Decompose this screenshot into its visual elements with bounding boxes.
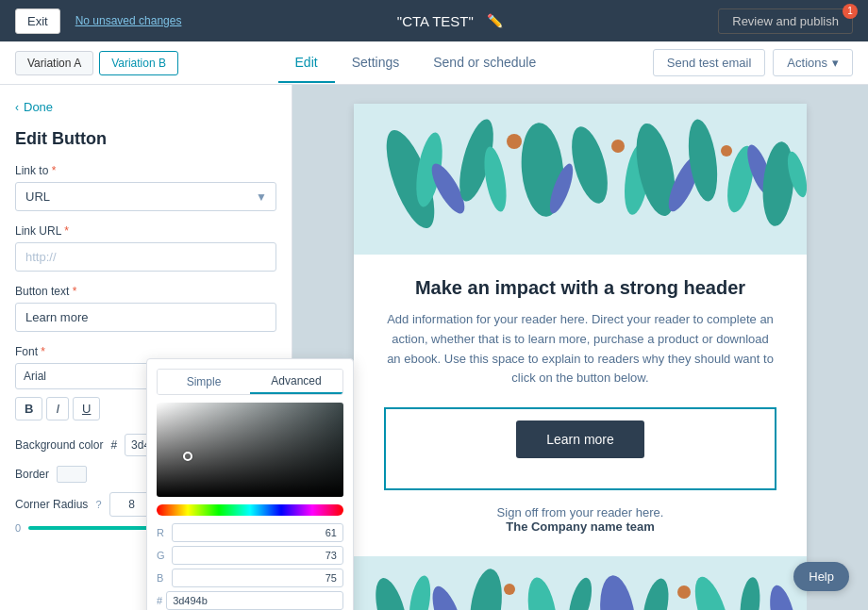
- link-to-group: Link to * URL ▼: [15, 164, 276, 211]
- link-to-select[interactable]: URL: [15, 182, 276, 211]
- button-text-group: Button text *: [15, 285, 276, 332]
- variation-tabs: Variation A Variation B: [15, 51, 178, 75]
- corner-info-icon: ?: [95, 499, 101, 510]
- send-test-button[interactable]: Send test email: [653, 49, 766, 76]
- picker-tab-advanced[interactable]: Advanced: [250, 370, 292, 394]
- panel-title: Edit Button: [15, 129, 276, 149]
- footer-illustration: [354, 556, 807, 610]
- chevron-left-icon: ‹: [15, 101, 19, 114]
- slider-min-label: 0: [15, 522, 21, 534]
- font-label: Font *: [15, 345, 276, 358]
- hue-strip[interactable]: [157, 504, 292, 516]
- svg-point-15: [721, 145, 732, 157]
- button-text-input[interactable]: [15, 303, 276, 332]
- b-row: B: [157, 569, 292, 587]
- link-url-group: Link URL *: [15, 224, 276, 272]
- r-label: R: [157, 527, 168, 538]
- main-layout: ‹ Done Edit Button Link to * URL ▼ Link …: [0, 85, 868, 610]
- right-panel: Make an impact with a strong header Add …: [292, 85, 868, 610]
- color-picker-panel: Simple Advanced R G B #: [146, 358, 292, 610]
- nav-tabs: Edit Settings Send or schedule: [278, 43, 554, 83]
- bold-button[interactable]: B: [15, 397, 42, 420]
- bg-color-label: Background color: [15, 438, 103, 452]
- left-panel: ‹ Done Edit Button Link to * URL ▼ Link …: [0, 85, 292, 610]
- done-link[interactable]: ‹ Done: [15, 100, 276, 114]
- variation-b-tab[interactable]: Variation B: [99, 51, 178, 75]
- second-bar-right: Send test email Actions ▾: [653, 49, 853, 76]
- email-preview: Make an impact with a strong header Add …: [354, 104, 807, 591]
- email-header-image: [354, 104, 807, 255]
- tab-edit[interactable]: Edit: [278, 43, 335, 83]
- email-sign-off: Sign off from your reader here.: [384, 505, 776, 519]
- link-url-input[interactable]: [15, 242, 276, 272]
- gradient-cursor: [183, 452, 192, 461]
- button-text-label: Button text *: [15, 285, 276, 298]
- g-label: G: [157, 550, 168, 561]
- header-illustration: [354, 104, 807, 255]
- b-label: B: [157, 572, 168, 584]
- page-title: "CTA TEST": [397, 13, 474, 29]
- g-row: G: [157, 546, 292, 565]
- hash-label: #: [157, 595, 162, 606]
- b-input[interactable]: [172, 569, 292, 587]
- color-gradient-picker[interactable]: [157, 403, 292, 497]
- notification-badge: 1: [843, 4, 858, 19]
- help-button[interactable]: Help: [793, 562, 849, 591]
- email-body: Make an impact with a strong header Add …: [354, 255, 807, 556]
- picker-tab-simple[interactable]: Simple: [158, 370, 250, 394]
- unsaved-changes-link[interactable]: No unsaved changes: [75, 14, 182, 27]
- svg-point-30: [677, 585, 691, 599]
- variation-a-tab[interactable]: Variation A: [15, 51, 93, 75]
- border-label: Border: [15, 468, 49, 481]
- cta-button[interactable]: Learn more: [516, 420, 644, 458]
- tab-send-or-schedule[interactable]: Send or schedule: [416, 43, 553, 83]
- hex-row: #: [157, 591, 292, 610]
- r-row: R: [157, 523, 292, 542]
- actions-button[interactable]: Actions ▾: [773, 49, 853, 76]
- email-footer-image: [354, 556, 807, 610]
- italic-button[interactable]: I: [46, 397, 69, 420]
- exit-button[interactable]: Exit: [15, 8, 60, 34]
- top-bar-left: Exit No unsaved changes: [15, 8, 181, 34]
- link-to-select-wrapper: URL ▼: [15, 182, 276, 211]
- underline-button[interactable]: U: [73, 397, 100, 420]
- email-company-name: The Company name team: [384, 519, 776, 534]
- r-input[interactable]: [172, 523, 292, 542]
- link-to-label: Link to *: [15, 164, 276, 177]
- top-bar-right: Review and publish 1: [718, 8, 853, 34]
- email-body-text: Add information for your reader here. Di…: [384, 310, 776, 388]
- cta-wrapper: Learn more: [384, 407, 776, 490]
- tab-settings[interactable]: Settings: [335, 43, 417, 83]
- corner-radius-label: Corner Radius: [15, 498, 88, 511]
- top-bar-center: "CTA TEST" ✏️: [397, 13, 503, 29]
- link-url-label: Link URL *: [15, 224, 276, 238]
- review-publish-button[interactable]: Review and publish 1: [718, 8, 853, 34]
- svg-point-25: [504, 584, 515, 595]
- edit-icon[interactable]: ✏️: [487, 13, 503, 28]
- g-input[interactable]: [172, 546, 292, 565]
- top-bar: Exit No unsaved changes "CTA TEST" ✏️ Re…: [0, 0, 868, 41]
- picker-tabs: Simple Advanced: [157, 369, 292, 395]
- email-heading: Make an impact with a strong header: [384, 277, 776, 299]
- color-hash-symbol: #: [110, 438, 117, 452]
- second-bar: Variation A Variation B Edit Settings Se…: [0, 41, 868, 85]
- svg-point-6: [507, 134, 522, 149]
- svg-point-10: [611, 140, 625, 153]
- hex-input[interactable]: [166, 591, 292, 610]
- border-preview[interactable]: [57, 466, 87, 483]
